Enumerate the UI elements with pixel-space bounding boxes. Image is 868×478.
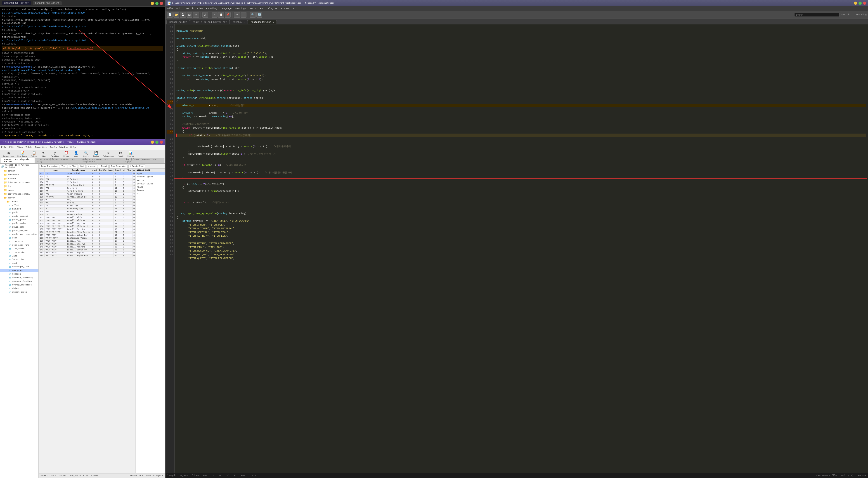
menu-window[interactable]: Window	[59, 146, 68, 149]
tree-item-myshop[interactable]: 🗃 myshop_pricelist	[0, 283, 38, 287]
tree-item-tables[interactable]: 📂 Tables	[0, 200, 38, 204]
tree-item-item[interactable]: 🗃 item	[0, 236, 38, 240]
tree-item-item-attr[interactable]: 🗃 item_attr	[0, 240, 38, 244]
locale-item-notnull[interactable]: Not null	[136, 179, 165, 182]
export-btn[interactable]: ↑ Export	[98, 164, 108, 168]
table-row[interactable]: 103777Alfa Kurt0040000ANIMAL0	[39, 178, 136, 181]
tree-item-item-attr-rare[interactable]: 🗃 item_attr_rare	[0, 244, 38, 247]
data-gen-btn[interactable]: Data Generation	[110, 164, 127, 168]
table-row[interactable]: 111???Boz Ayi0050000ANIMAL0	[39, 201, 136, 204]
table-row[interactable]: 106777Gri Kurt00110000ANIMAL0	[39, 187, 136, 190]
navicat-data-table[interactable]: name locale_name rank battle_type level …	[39, 169, 165, 473]
table-row[interactable]: 10177Yaban Köpek0010000ANIMAL0	[39, 172, 136, 175]
table-row[interactable]: 114???Kaplan00180000ANIMAL0	[39, 211, 136, 213]
menu-favorites[interactable]: Favorites	[35, 146, 47, 149]
menu-table[interactable]: Table	[26, 146, 32, 149]
tool-backup[interactable]: 💾 Backup	[92, 151, 101, 158]
tool-charts[interactable]: 📊 Charts	[126, 151, 135, 158]
npp-menu-file[interactable]: File	[167, 7, 173, 10]
table-row[interactable]: 10777Alfa Gri Kurt00130000ANIMAL0	[39, 190, 136, 193]
nav-tab-3[interactable]: tring @player (FreeBSD 13.0 Altyap...	[121, 158, 164, 163]
tree-item-log[interactable]: 📁 log	[0, 184, 38, 188]
create-chart-btn[interactable]: + Create Chart	[128, 164, 145, 168]
npp-tab-comparing[interactable]: Comparing.txt	[166, 20, 190, 24]
npp-close[interactable]	[863, 2, 866, 5]
locale-item-arbitrary[interactable]: arbitrary(40)	[136, 175, 165, 178]
table-row[interactable]: 10277Kurt0030000ANIMAL0	[39, 175, 136, 178]
tool-view[interactable]: 👁 View	[39, 151, 49, 158]
table-row[interactable]: 140???? ????Lanelli Gri Ayi00200000AGGR0	[39, 243, 136, 246]
npp-menu-view[interactable]: View	[197, 7, 203, 10]
text-btn[interactable]: Text	[60, 164, 67, 168]
table-row[interactable]: 113?Kahvereng Ayi00210000ANIMAL0	[39, 208, 136, 211]
tree-item-hotbackup[interactable]: 📁 hotbackup	[0, 173, 38, 177]
tree-item-monarch-elect[interactable]: 🗃 monarch_election	[0, 280, 38, 283]
npp-tool-copy[interactable]: 📋	[218, 12, 224, 18]
search-input[interactable]	[794, 13, 839, 17]
npp-menu-help[interactable]: ?	[292, 7, 294, 10]
tree-item-connection[interactable]: 🔗 FreeBSD 13.0 Altyapi-Mariat50	[0, 164, 38, 169]
tree-item-lotto[interactable]: 🗃 lotto_list	[0, 258, 38, 261]
locale-item-default[interactable]: Default Value	[136, 182, 165, 186]
tree-item-guild-war-res[interactable]: 🗃 guild_war_reservatio	[0, 232, 38, 236]
tool-function[interactable]: ƒ Function	[49, 151, 61, 158]
tree-item-banword[interactable]: 🗃 banword	[0, 207, 38, 211]
table-row[interactable]: 139???? ????Lanelli Ayi00170000AGGR0	[39, 240, 136, 243]
menu-tools[interactable]: Tools	[50, 146, 57, 149]
tree-item-guild[interactable]: 🗃 guild	[0, 211, 38, 215]
menu-file[interactable]: File	[1, 146, 6, 149]
tree-item-mob-proto[interactable]: 🗃 mob_proto	[0, 269, 38, 272]
begin-transaction-btn[interactable]: Begin Transaction	[39, 164, 59, 168]
table-row[interactable]: 142???? ????Lanelli Siyah Ay00230000AGGR…	[39, 249, 136, 252]
table-row[interactable]: 137???? ????Lanelli Yaban Dor20120000AGG…	[39, 234, 136, 237]
tree-item-guild-grade[interactable]: 🗃 guild_grade	[0, 218, 38, 222]
npp-tool-redo[interactable]: ↪	[241, 12, 246, 18]
col-level[interactable]: level	[114, 169, 122, 172]
table-row[interactable]: 136?? ???? ????Lanelli Alfa Gri Ku002100…	[39, 231, 136, 234]
locale-item-name[interactable]: %name	[136, 186, 165, 189]
menu-view[interactable]: View	[18, 146, 23, 149]
tree-item-mysql[interactable]: 📁 mysql	[0, 188, 38, 192]
tree-item-object[interactable]: 🗃 object	[0, 287, 38, 290]
tree-item-mail[interactable]: 🗃 mail	[0, 261, 38, 265]
table-row[interactable]: 10477Alfa Kurt0060000ANIMAL0	[39, 181, 136, 184]
npp-menu-run[interactable]: Run	[260, 7, 264, 10]
tree-item-affect[interactable]: 🗃 affect	[0, 204, 38, 207]
tree-item-guild-name[interactable]: 🗃 guild_name	[0, 225, 38, 229]
tree-item-monarch[interactable]: 🗃 monarch	[0, 272, 38, 276]
tree-item-land[interactable]: 🗃 land	[0, 254, 38, 258]
menu-help[interactable]: Help	[70, 146, 76, 149]
tree-item-guild-member[interactable]: 🗃 guild_member ▶	[0, 222, 38, 225]
npp-menu-settings[interactable]: Settings	[235, 7, 246, 10]
menu-edit[interactable]: Edit	[9, 146, 15, 149]
table-row[interactable]: 131???? ????Lanelli Alfa0070000AGGR0	[39, 216, 136, 219]
table-row[interactable]: 108777Yaban Domuzu0070000ANIMAL0	[39, 193, 136, 196]
table-row[interactable]: 10577 ????Alfa Mavi Kurt0090000ANIMAL0	[39, 184, 136, 187]
tool-model[interactable]: 🗂 Model	[116, 151, 125, 158]
table-row[interactable]: 141???? ????Lanelli Kahreng00260000AGGR0	[39, 246, 136, 249]
col-ai-flag[interactable]: ai_flag	[122, 169, 132, 172]
minimize-button[interactable]	[151, 2, 154, 5]
tool-automation[interactable]: ⚙ Automation	[101, 151, 115, 158]
tree-item-account[interactable]: 📁 account	[0, 177, 38, 181]
tree-item-messenger[interactable]: 🗃 messenger_list	[0, 265, 38, 269]
tool-table[interactable]: 📋 Table	[29, 151, 38, 158]
npp-menu-window[interactable]: Window	[281, 7, 289, 10]
npp-tool-find[interactable]: 🔍	[250, 12, 256, 18]
col-name[interactable]: name	[44, 169, 66, 172]
npp-tool-cut[interactable]: ✂	[212, 12, 218, 18]
tool-user[interactable]: 👤 User	[72, 151, 81, 158]
filter-btn[interactable]: ⊳ Filter	[68, 164, 78, 168]
sort-btn[interactable]: Sort	[79, 164, 86, 168]
npp-tool-saveall[interactable]: 🗂	[187, 12, 192, 18]
table-row[interactable]: 110?Ayi0080000ANIMAL0	[39, 199, 136, 201]
col-rank[interactable]: rank	[91, 169, 98, 172]
table-row[interactable]: 11277Siyah Ayi00190000ANIMAL0	[39, 204, 136, 208]
tree-item-guild-war-bet[interactable]: 🗃 guild_war_bet	[0, 229, 38, 232]
npp-tool-close[interactable]: ✕	[193, 12, 199, 18]
npp-menu-encoding[interactable]: Encoding	[206, 7, 217, 10]
col-id[interactable]	[39, 169, 44, 172]
tree-item-item-proto[interactable]: 🗃 item_proto	[0, 251, 38, 254]
table-row[interactable]: 134???? ?? ???? ???Lanelli Alfa Mavi0014…	[39, 225, 136, 228]
close-button[interactable]	[160, 2, 163, 5]
